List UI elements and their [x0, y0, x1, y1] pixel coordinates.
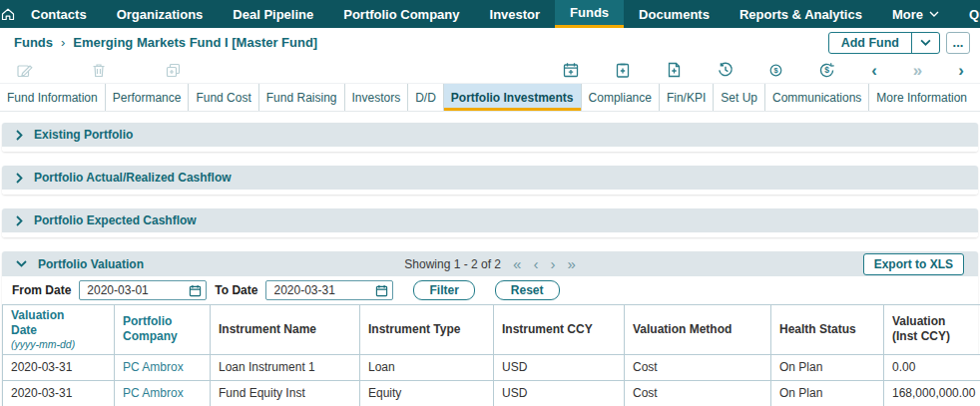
- chevron-right-icon: [16, 130, 23, 141]
- nav-item-contacts[interactable]: Contacts: [16, 0, 102, 28]
- tab-investors[interactable]: Investors: [344, 84, 408, 111]
- tab-fin-kpi[interactable]: Fin/KPI: [659, 84, 713, 111]
- from-date-input[interactable]: [79, 280, 207, 300]
- chevron-right-icon: ›: [550, 255, 555, 272]
- nav-item-reports-analytics[interactable]: Reports & Analytics: [725, 0, 877, 28]
- section-title: Portfolio Valuation: [38, 257, 144, 271]
- next-page-button[interactable]: ›: [550, 256, 555, 271]
- section-body-collapsed: [2, 232, 978, 237]
- col-header-valuation-inst-ccy[interactable]: Valuation (Inst CCY): [884, 305, 980, 355]
- copy-icon: [165, 62, 182, 79]
- cell-health-status: On Plan: [771, 380, 884, 406]
- section-title: Portfolio Actual/Realized Cashflow: [34, 171, 232, 185]
- tab-fund-information[interactable]: Fund Information: [0, 84, 105, 111]
- add-fund-button[interactable]: Add Fund: [829, 33, 911, 53]
- cell-instrument-ccy: USD: [494, 354, 625, 380]
- add-note-button[interactable]: [615, 62, 631, 78]
- chevron-down-icon: [920, 39, 931, 46]
- home-button[interactable]: [0, 0, 16, 28]
- record-toolbar: $ $ ‹ » ›: [0, 57, 980, 84]
- export-to-xls-button[interactable]: Export to XLS: [863, 253, 964, 275]
- portfolio-company-link[interactable]: PC Ambrox: [123, 386, 184, 400]
- skip-forward-button[interactable]: »: [913, 62, 922, 79]
- col-header-valuation-method[interactable]: Valuation Method: [625, 305, 771, 355]
- previous-page-button[interactable]: ‹: [533, 256, 538, 271]
- calendar-plus-icon: [563, 62, 579, 78]
- svg-text:$: $: [824, 65, 829, 75]
- section-existing-portfolio: Existing Portfolio: [2, 123, 978, 152]
- edit-button[interactable]: [16, 62, 33, 79]
- section-portfolio-valuation: Portfolio Valuation Showing 1 - 2 of 2 «…: [2, 251, 978, 406]
- nav-item-documents[interactable]: Documents: [624, 0, 725, 28]
- next-record-button[interactable]: ›: [958, 62, 964, 79]
- pagination: Showing 1 - 2 of 2 « ‹ › »: [404, 256, 575, 271]
- cell-valuation-amount: 0.00: [884, 354, 980, 380]
- breadcrumb-bar: Funds › Emerging Markets Fund I [Master …: [0, 28, 980, 57]
- cell-instrument-type: Equity: [360, 380, 494, 406]
- first-page-button[interactable]: «: [513, 256, 521, 271]
- cell-valuation-amount: 168,000,000.00: [884, 380, 980, 406]
- section-actual-cashflow: Portfolio Actual/Realized Cashflow: [2, 166, 978, 195]
- valuation-table: Valuation Date (yyyy-mm-dd) Portfolio Co…: [2, 304, 980, 406]
- from-date-field-wrap: [79, 280, 207, 300]
- delete-button[interactable]: [91, 62, 107, 79]
- currency-convert-button[interactable]: $: [818, 62, 835, 79]
- clipboard-plus-icon: [615, 62, 631, 78]
- section-expected-cashflow: Portfolio Expected Cashflow: [2, 208, 978, 237]
- currency-small-button[interactable]: $: [769, 64, 782, 77]
- cell-health-status: On Plan: [771, 354, 884, 380]
- tab-fund-cost[interactable]: Fund Cost: [188, 84, 257, 111]
- nav-item-organizations[interactable]: Organizations: [102, 0, 219, 28]
- tab-more-information[interactable]: More Information: [868, 84, 974, 111]
- tab-performance[interactable]: Performance: [105, 84, 189, 111]
- last-page-button[interactable]: »: [567, 256, 575, 271]
- duplicate-button[interactable]: [165, 62, 182, 79]
- history-button[interactable]: [718, 62, 734, 78]
- reset-button[interactable]: Reset: [495, 280, 560, 300]
- tab-communications[interactable]: Communications: [764, 84, 868, 111]
- tab-dd[interactable]: D/D: [407, 84, 443, 111]
- tab-set-up[interactable]: Set Up: [713, 84, 764, 111]
- cell-valuation-method: Cost: [625, 380, 771, 406]
- col-header-instrument-type[interactable]: Instrument Type: [360, 305, 494, 355]
- section-header-expected-cashflow[interactable]: Portfolio Expected Cashflow: [2, 208, 978, 232]
- nav-item-funds[interactable]: Funds: [555, 0, 624, 28]
- nav-item-deal-pipeline[interactable]: Deal Pipeline: [218, 0, 328, 28]
- valuation-header-right: Export to XLS: [576, 253, 964, 275]
- breadcrumb-funds-link[interactable]: Funds: [14, 35, 53, 50]
- filter-button[interactable]: Filter: [413, 280, 474, 300]
- portfolio-company-link[interactable]: PC Ambrox: [123, 360, 184, 374]
- tab-portfolio-investments[interactable]: Portfolio Investments: [443, 84, 581, 111]
- double-chevron-right-icon: »: [913, 62, 922, 79]
- tab-fund-raising[interactable]: Fund Raising: [258, 84, 344, 111]
- col-header-instrument-ccy[interactable]: Instrument CCY: [494, 305, 625, 355]
- add-event-button[interactable]: [563, 62, 579, 78]
- col-header-health-status[interactable]: Health Status: [771, 305, 884, 355]
- tab-compliance[interactable]: Compliance: [581, 84, 659, 111]
- chevron-right-icon: [16, 173, 23, 184]
- to-date-input[interactable]: [265, 280, 393, 300]
- nav-item-more[interactable]: More: [877, 0, 954, 28]
- col-header-instrument-name[interactable]: Instrument Name: [211, 305, 360, 355]
- home-icon: [0, 6, 16, 22]
- more-options-button[interactable]: ...: [946, 32, 970, 54]
- section-header-existing-portfolio[interactable]: Existing Portfolio: [2, 123, 978, 147]
- chevron-right-icon: ›: [958, 62, 964, 79]
- col-header-portfolio-company[interactable]: Portfolio Company: [115, 305, 211, 355]
- add-fund-dropdown-button[interactable]: [911, 33, 939, 53]
- add-document-button[interactable]: [667, 62, 682, 78]
- section-body-collapsed: [2, 147, 978, 152]
- section-header-portfolio-valuation[interactable]: Portfolio Valuation Showing 1 - 2 of 2 «…: [2, 251, 978, 276]
- section-header-actual-cashflow[interactable]: Portfolio Actual/Realized Cashflow: [2, 166, 978, 190]
- section-title: Existing Portfolio: [34, 128, 133, 142]
- col-header-valuation-date[interactable]: Valuation Date (yyyy-mm-dd): [3, 305, 115, 355]
- pagination-status: Showing 1 - 2 of 2: [404, 257, 501, 271]
- table-row: 2020-03-31 PC Ambrox Loan Instrument 1 L…: [3, 354, 980, 380]
- nav-item-investor[interactable]: Investor: [475, 0, 556, 28]
- section-title: Portfolio Expected Cashflow: [34, 213, 197, 227]
- to-date-field-wrap: [265, 280, 393, 300]
- nav-item-portfolio-company[interactable]: Portfolio Company: [328, 0, 474, 28]
- svg-text:$: $: [774, 66, 779, 75]
- previous-record-button[interactable]: ‹: [871, 62, 877, 79]
- nav-item-quick-create[interactable]: Quick Create: [954, 0, 980, 28]
